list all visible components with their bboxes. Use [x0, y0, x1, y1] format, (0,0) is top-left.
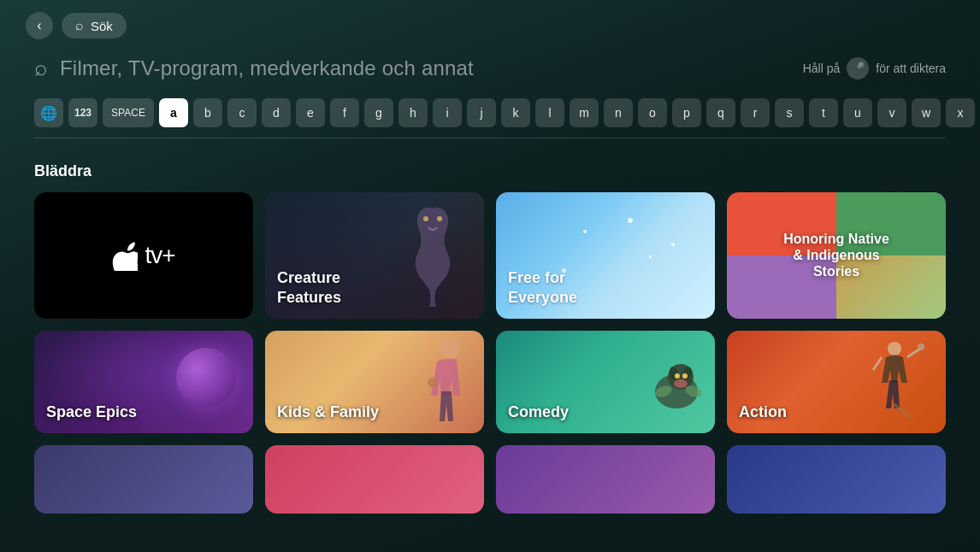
search-tab-label: Sök	[91, 19, 113, 33]
back-icon: ‹	[37, 18, 41, 33]
dog-silhouette	[629, 344, 706, 433]
svg-point-10	[674, 379, 688, 388]
key-m[interactable]: m	[570, 98, 599, 127]
key-b[interactable]: b	[193, 98, 222, 127]
svg-point-1	[437, 216, 442, 221]
action-svg	[860, 336, 929, 430]
key-n[interactable]: n	[604, 98, 633, 127]
search-area: ⌕ Filmer, TV-program, medverkande och an…	[0, 51, 980, 162]
svg-point-0	[423, 216, 428, 221]
search-icon: ⌕	[34, 55, 48, 81]
key-r[interactable]: r	[741, 98, 770, 127]
apple-tv-logo: tv+	[112, 240, 174, 271]
key-globe[interactable]: 🌐	[34, 98, 63, 127]
search-tab[interactable]: ⌕ Sök	[62, 13, 127, 38]
key-123[interactable]: 123	[68, 98, 97, 127]
key-c[interactable]: c	[227, 98, 257, 127]
card-kids-label: Kids & Family	[277, 402, 379, 422]
kids-svg	[416, 336, 475, 430]
key-x[interactable]: x	[946, 98, 975, 127]
card-kids-family[interactable]: Kids & Family	[265, 331, 484, 433]
key-s[interactable]: s	[775, 98, 804, 127]
top-bar: ‹ ⌕ Sök	[0, 0, 980, 51]
svg-line-14	[907, 349, 920, 357]
key-t[interactable]: t	[809, 98, 838, 127]
card-apple-tv[interactable]: tv+	[34, 192, 253, 319]
key-w[interactable]: w	[912, 98, 941, 127]
action-silhouette	[860, 336, 929, 433]
key-a[interactable]: a	[159, 98, 188, 127]
back-button[interactable]: ‹	[26, 12, 53, 39]
search-placeholder: Filmer, TV-program, medverkande och anna…	[60, 56, 474, 80]
dog-svg	[629, 344, 706, 430]
key-j[interactable]: j	[467, 98, 496, 127]
browse-row-3	[34, 445, 946, 514]
mic-icon: 🎤	[847, 57, 869, 79]
key-o[interactable]: o	[638, 98, 667, 127]
card-comedy[interactable]: Comedy	[496, 331, 715, 433]
key-space[interactable]: SPACE	[103, 98, 154, 127]
key-l[interactable]: l	[535, 98, 564, 127]
svg-point-9	[682, 373, 688, 379]
browse-section: Bläddra tv+ CreatureFeatures	[0, 162, 980, 514]
card-action[interactable]: Action	[727, 331, 946, 433]
key-i[interactable]: i	[433, 98, 462, 127]
card-partial-4[interactable]	[727, 445, 946, 514]
card-creature-features[interactable]: CreatureFeatures	[265, 192, 484, 319]
key-f[interactable]: f	[330, 98, 359, 127]
svg-point-15	[918, 344, 924, 350]
svg-point-2	[440, 338, 460, 359]
card-native-label: Honoring Native& IndigenousStories	[743, 231, 930, 280]
key-v[interactable]: v	[877, 98, 906, 127]
creature-svg	[398, 200, 467, 311]
card-space-epics[interactable]: Space Epics	[34, 331, 253, 433]
browse-row-2: Space Epics Kids & Family	[34, 331, 946, 433]
card-comedy-label: Comedy	[508, 402, 569, 422]
tv-text: tv+	[145, 242, 174, 269]
key-d[interactable]: d	[262, 98, 291, 127]
card-partial-3[interactable]	[496, 445, 715, 514]
browse-title: Bläddra	[34, 162, 946, 180]
svg-point-3	[428, 378, 438, 388]
key-e[interactable]: e	[296, 98, 325, 127]
card-honoring-native[interactable]: Honoring Native& IndigenousStories	[727, 192, 946, 319]
key-p[interactable]: p	[672, 98, 701, 127]
dictate-hint: Håll på 🎤 för att diktera	[803, 57, 946, 79]
card-partial-2[interactable]	[265, 445, 484, 514]
card-partial-1[interactable]	[34, 445, 253, 514]
apple-logo-icon	[112, 240, 138, 271]
svg-line-16	[873, 357, 882, 370]
svg-point-8	[675, 373, 680, 379]
card-free-label: Free forEveryone	[508, 268, 577, 307]
key-q[interactable]: q	[706, 98, 735, 127]
search-tab-icon: ⌕	[75, 18, 84, 33]
search-input-area: ⌕ Filmer, TV-program, medverkande och an…	[34, 55, 803, 81]
keyboard: 🌐 123 SPACE a b c d e f g h i j k l m n …	[34, 95, 946, 138]
key-g[interactable]: g	[364, 98, 393, 127]
space-planet	[176, 348, 236, 408]
key-h[interactable]: h	[398, 98, 428, 127]
dictate-suffix: för att diktera	[876, 62, 946, 75]
browse-row-1: tv+ CreatureFeatures	[34, 192, 946, 319]
svg-point-13	[888, 342, 901, 355]
card-free-for-everyone[interactable]: Free forEveryone	[496, 192, 715, 319]
card-action-label: Action	[739, 402, 787, 422]
card-space-label: Space Epics	[46, 402, 137, 422]
keyboard-divider	[34, 138, 946, 138]
search-bar: ⌕ Filmer, TV-program, medverkande och an…	[34, 55, 946, 81]
dictate-prefix: Håll på	[803, 62, 841, 75]
key-u[interactable]: u	[843, 98, 872, 127]
card-creature-label: CreatureFeatures	[277, 268, 341, 307]
kids-silhouette	[416, 336, 475, 433]
key-k[interactable]: k	[501, 98, 530, 127]
